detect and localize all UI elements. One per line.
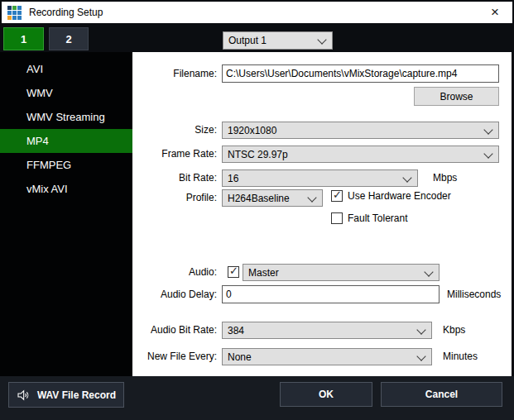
chevron-down-icon: [307, 193, 316, 202]
audio-checkbox[interactable]: ✓: [228, 266, 239, 278]
frame-rate-select[interactable]: NTSC 29.97p: [222, 146, 499, 163]
audio-label: Audio:: [132, 264, 217, 281]
recording-setup-dialog: Recording Setup × 1 2 Output 1 AVI WMV W…: [0, 0, 514, 420]
new-file-every-unit: Minutes: [443, 348, 478, 365]
profile-label: Profile:: [132, 189, 217, 207]
new-file-every-value: None: [228, 351, 252, 363]
audio-bit-rate-value: 384: [228, 325, 244, 336]
profile-value: H264Baseline: [228, 193, 290, 204]
chevron-down-icon: [416, 325, 425, 334]
audio-delay-input[interactable]: 0: [222, 285, 440, 303]
profile-select[interactable]: H264Baseline: [222, 189, 323, 207]
chevron-down-icon: [317, 35, 326, 44]
vmix-logo-icon: [7, 6, 22, 20]
fault-tolerant-label: Fault Tolerant: [348, 210, 408, 227]
close-icon[interactable]: ×: [481, 2, 509, 23]
bit-rate-unit: Mbps: [433, 169, 457, 187]
chevron-down-icon: [416, 351, 425, 360]
audio-delay-value: 0: [226, 289, 232, 300]
browse-button[interactable]: Browse: [414, 87, 499, 106]
sidebar-item-ffmpeg[interactable]: FFMPEG: [0, 153, 132, 177]
title-bar: Recording Setup ×: [2, 2, 512, 23]
filename-label: Filename:: [132, 65, 217, 83]
cancel-button[interactable]: Cancel: [381, 382, 502, 407]
speaker-icon: [17, 389, 30, 402]
wav-file-record-label: WAV File Record: [37, 389, 116, 401]
bit-rate-value: 16: [228, 173, 238, 184]
wav-file-record-button[interactable]: WAV File Record: [8, 382, 124, 408]
audio-bit-rate-unit: Kbps: [443, 322, 465, 339]
check-icon: ✓: [229, 265, 238, 277]
size-select[interactable]: 1920x1080: [222, 122, 499, 139]
use-hardware-encoder-checkbox[interactable]: ✓: [331, 190, 343, 202]
bottom-bar: WAV File Record OK Cancel: [0, 376, 514, 420]
size-label: Size:: [132, 122, 217, 139]
audio-bit-rate-label: Audio Bit Rate:: [132, 322, 217, 339]
new-file-every-select[interactable]: None: [222, 348, 432, 365]
sidebar-item-avi[interactable]: AVI: [0, 57, 132, 81]
sidebar-item-wmv[interactable]: WMV: [0, 81, 132, 105]
output-select-value: Output 1: [228, 35, 267, 46]
chevron-down-icon: [483, 125, 492, 134]
use-hardware-encoder-label: Use Hardware Encoder: [348, 188, 451, 205]
sidebar-item-vmix-avi[interactable]: vMix AVI: [0, 177, 132, 201]
audio-bit-rate-select[interactable]: 384: [222, 322, 432, 339]
bit-rate-label: Bit Rate:: [132, 169, 217, 187]
recorder-tab-2[interactable]: 2: [49, 27, 89, 50]
frame-rate-value: NTSC 29.97p: [228, 149, 288, 160]
filename-input[interactable]: C:\Users\User\Documents\vMixStorage\capt…: [222, 64, 499, 83]
new-file-every-label: New File Every:: [132, 348, 217, 365]
size-value: 1920x1080: [228, 125, 276, 136]
audio-value: Master: [248, 267, 279, 279]
audio-delay-label: Audio Delay:: [132, 286, 217, 303]
window-title: Recording Setup: [29, 7, 103, 18]
ok-button[interactable]: OK: [280, 382, 372, 407]
recorder-tab-1[interactable]: 1: [3, 27, 44, 50]
fault-tolerant-checkbox[interactable]: ✓: [331, 212, 343, 224]
audio-select[interactable]: Master: [243, 264, 440, 281]
chevron-down-icon: [483, 149, 492, 158]
sidebar-item-wmv-streaming[interactable]: WMV Streaming: [0, 105, 132, 129]
settings-panel: Filename: C:\Users\User\Documents\vMixSt…: [132, 52, 512, 376]
chevron-down-icon: [402, 173, 411, 182]
audio-delay-unit: Milliseconds: [447, 286, 501, 303]
format-sidebar: AVI WMV WMV Streaming MP4 FFMPEG vMix AV…: [0, 52, 132, 376]
check-icon: ✓: [333, 189, 342, 201]
sidebar-item-mp4[interactable]: MP4: [0, 129, 132, 153]
chevron-down-icon: [424, 267, 433, 276]
frame-rate-label: Frame Rate:: [132, 146, 217, 163]
bit-rate-select[interactable]: 16: [222, 169, 418, 187]
filename-value: C:\Users\User\Documents\vMixStorage\capt…: [226, 68, 457, 79]
output-select[interactable]: Output 1: [223, 31, 333, 50]
